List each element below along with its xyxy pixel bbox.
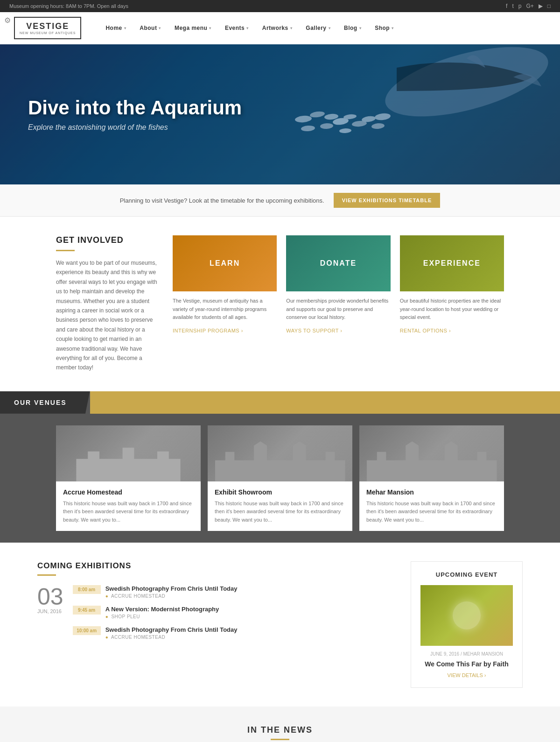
nav-item-artworks[interactable]: Artworks ▾ — [257, 21, 298, 35]
nav-item-home[interactable]: Home ▾ — [100, 21, 132, 35]
nav-item-about[interactable]: About ▾ — [134, 21, 167, 35]
exhibition-info-2: A New Version: Modernist Photography ● S… — [105, 606, 219, 619]
exhibition-item-3: 10:00 am Swedish Photography From Chris … — [73, 626, 397, 640]
venue-body-2: Exhibit Showroom This historic house was… — [208, 481, 352, 531]
learn-image[interactable]: LEARN — [173, 235, 277, 291]
time-badge-3: 10:00 am — [73, 626, 101, 635]
logo[interactable]: VESTIGE NEW MUSEUM OF ANTIQUES — [14, 17, 81, 39]
venue-card-1: Accrue Homestead This historic house was… — [56, 425, 201, 531]
venue-name-2: Exhibit Showroom — [215, 488, 345, 496]
learn-body: The Vestige, museum of antiquity has a v… — [173, 291, 277, 339]
get-involved-section: GET INVOLVED We want you to be part of o… — [0, 217, 560, 391]
pinterest-icon[interactable]: p — [518, 3, 522, 9]
exhibition-title-2[interactable]: A New Version: Modernist Photography — [105, 606, 219, 613]
get-involved-divider — [56, 250, 75, 251]
venue-img-3 — [359, 425, 504, 481]
hero-title: Dive into the Aquarium — [28, 97, 242, 119]
learn-label: LEARN — [210, 259, 240, 268]
svg-point-12 — [374, 113, 391, 120]
venue-img-1 — [56, 425, 201, 481]
date-month: JUN, 2016 — [37, 608, 63, 614]
venue-desc-2: This historic house was built way back i… — [215, 500, 345, 524]
donate-label: DONATE — [320, 259, 357, 268]
date-number: 03 — [37, 585, 63, 608]
nav-arrow-about: ▾ — [159, 26, 161, 30]
svg-point-11 — [371, 123, 385, 129]
experience-label: EXPERIENCE — [423, 259, 481, 268]
svg-point-6 — [301, 125, 315, 132]
logo-sub-text: NEW MUSEUM OF ANTIQUES — [20, 31, 76, 35]
hero-content: Dive into the Aquarium Explore the aston… — [28, 97, 242, 132]
svg-point-2 — [309, 111, 325, 118]
twitter-icon[interactable]: t — [512, 3, 513, 9]
venue-img-2 — [208, 425, 352, 481]
donate-body: Our memberships provide wonderful benefi… — [286, 291, 390, 339]
settings-gear-icon[interactable]: ⚙ — [2, 14, 13, 27]
nav-arrow-artworks: ▾ — [290, 26, 293, 30]
logo-main-text: VESTIGE — [26, 21, 69, 31]
nav-item-events[interactable]: Events ▾ — [219, 21, 254, 35]
event-image-overlay — [420, 585, 513, 646]
nav-item-gallery[interactable]: Gallery ▾ — [300, 21, 336, 35]
instagram-icon[interactable]: □ — [547, 3, 551, 9]
timetable-button[interactable]: VIEW EXHIBITIONS TIMETABLE — [334, 193, 441, 208]
nav-arrow-mega: ▾ — [209, 26, 211, 30]
exhibition-info-1: Swedish Photography From Chris Until Tod… — [105, 585, 238, 599]
timetable-text: Planning to visit Vestige? Look at the t… — [120, 197, 324, 204]
facebook-icon[interactable]: f — [506, 3, 507, 9]
experience-image[interactable]: EXPERIENCE — [400, 235, 504, 291]
learn-desc: The Vestige, museum of antiquity has a v… — [173, 297, 277, 322]
event-meta: JUNE 9, 2016 / MEHAR MANSION — [420, 651, 513, 657]
event-link[interactable]: VIEW DETAILS › — [420, 672, 513, 678]
venue-body-1: Accrue Homestead This historic house was… — [56, 481, 201, 531]
nav-arrow-home: ▾ — [124, 26, 126, 30]
exhibition-info-3: Swedish Photography From Chris Until Tod… — [105, 626, 238, 640]
venues-cards: Accrue Homestead This historic house was… — [0, 414, 560, 543]
involve-card-learn: LEARN The Vestige, museum of antiquity h… — [173, 235, 277, 373]
involve-card-donate: DONATE Our memberships provide wonderful… — [286, 235, 390, 373]
exhibitions-divider — [37, 574, 56, 576]
logo-box: VESTIGE NEW MUSEUM OF ANTIQUES — [14, 17, 81, 39]
time-badge-1: 8:00 am — [73, 585, 101, 594]
nav-item-blog[interactable]: Blog ▾ — [338, 21, 367, 35]
experience-link[interactable]: RENTAL OPTIONS › — [400, 328, 451, 333]
exhibition-location-3: ● ACCRUE HOMESTEAD — [105, 635, 238, 640]
exhibitions-section: COMING EXHIBITIONS 03 JUN, 2016 8:00 am … — [0, 543, 560, 707]
flower-decoration — [453, 601, 481, 629]
donate-link[interactable]: WAYS TO SUPPORT › — [286, 328, 342, 333]
location-dot-2: ● — [105, 614, 109, 619]
hero-decoration — [233, 44, 560, 184]
learn-link[interactable]: INTERNSHIP PROGRAMS › — [173, 328, 243, 333]
nav-item-shop[interactable]: Shop ▾ — [369, 21, 399, 35]
news-section: IN THE NEWS 20 JUL — [0, 707, 560, 742]
venues-title: OUR VENUES — [0, 391, 90, 414]
venue-name-3: Mehar Mansion — [366, 488, 497, 496]
news-divider — [271, 739, 289, 740]
exhibition-title-1[interactable]: Swedish Photography From Chris Until Tod… — [105, 585, 238, 592]
date-display: 03 JUN, 2016 — [37, 585, 63, 647]
exhibition-title-3[interactable]: Swedish Photography From Chris Until Tod… — [105, 626, 238, 633]
venue-body-3: Mehar Mansion This historic house was bu… — [359, 481, 504, 531]
svg-point-9 — [339, 128, 351, 133]
exhibitions-title: COMING EXHIBITIONS — [37, 561, 397, 571]
youtube-icon[interactable]: ▶ — [539, 3, 543, 9]
news-title: IN THE NEWS — [37, 725, 523, 735]
svg-point-4 — [320, 123, 334, 129]
nav-arrow-shop: ▾ — [392, 26, 394, 30]
social-icons: f t p G+ ▶ □ — [506, 3, 551, 9]
location-dot-3: ● — [105, 635, 109, 640]
hero-subtitle: Explore the astonishing world of the fis… — [28, 123, 242, 132]
date-block: 03 JUN, 2016 8:00 am Swedish Photography… — [37, 585, 397, 647]
hero-section: Dive into the Aquarium Explore the aston… — [0, 44, 560, 184]
google-plus-icon[interactable]: G+ — [526, 3, 533, 9]
upcoming-title: UPCOMING EVENT — [420, 571, 513, 578]
exhibitions-main: COMING EXHIBITIONS 03 JUN, 2016 8:00 am … — [37, 561, 397, 688]
exhibition-items: 8:00 am Swedish Photography From Chris U… — [73, 585, 397, 647]
main-nav: Home ▾ About ▾ Mega menu ▾ Events ▾ Artw… — [100, 21, 399, 35]
donate-image[interactable]: DONATE — [286, 235, 390, 291]
involve-cards: LEARN The Vestige, museum of antiquity h… — [173, 235, 504, 373]
exhibition-item-1: 8:00 am Swedish Photography From Chris U… — [73, 585, 397, 599]
nav-item-mega[interactable]: Mega menu ▾ — [169, 21, 217, 35]
nav-arrow-events: ▾ — [246, 26, 249, 30]
event-image — [420, 585, 513, 646]
